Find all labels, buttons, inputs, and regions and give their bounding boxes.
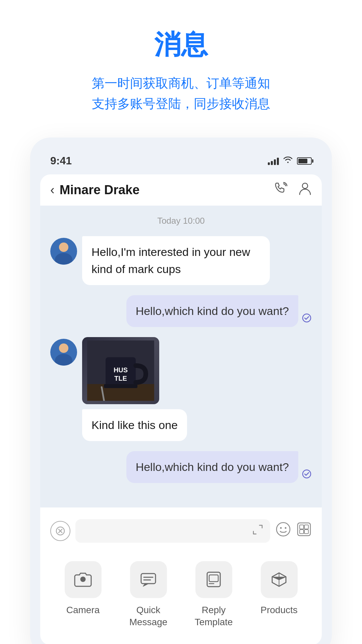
signal-bars-icon <box>268 157 279 165</box>
message-input[interactable] <box>75 519 270 543</box>
reply-template-icon <box>195 561 232 598</box>
message-stack: HUS TLE Kind like this one <box>82 337 187 441</box>
svg-point-0 <box>302 183 308 189</box>
svg-text:HUS: HUS <box>114 366 128 374</box>
signal-bar-2 <box>271 161 273 165</box>
products-icon <box>261 561 298 598</box>
signal-bar-1 <box>268 162 270 165</box>
action-label: ReplyTemplate <box>195 604 233 629</box>
svg-rect-5 <box>104 384 137 388</box>
toolbar-input-row <box>50 514 312 548</box>
phone-icon[interactable] <box>274 181 288 199</box>
action-label: Quick Message <box>119 604 178 629</box>
sent-message-wrapper: Hello,which kind do you want? <box>126 451 312 483</box>
action-item-products[interactable]: Products <box>246 554 312 635</box>
image-message: HUS TLE <box>82 337 159 404</box>
chat-timestamp: Today 10:00 <box>50 216 312 226</box>
svg-point-12 <box>280 527 282 529</box>
page-header: 消息 第一时间获取商机、订单等通知 支持多账号登陆，同步接收消息 <box>92 0 270 127</box>
header-left: ‹ Minare Drake <box>50 183 139 197</box>
page-subtitle: 第一时间获取商机、订单等通知 支持多账号登陆，同步接收消息 <box>92 73 270 114</box>
quick-message-icon <box>130 561 167 598</box>
battery-fill <box>298 159 307 163</box>
page-title: 消息 <box>92 27 270 63</box>
status-time: 9:41 <box>50 154 72 167</box>
contact-name: Minare Drake <box>60 183 140 197</box>
header-right <box>274 181 312 199</box>
action-item-quick-message[interactable]: Quick Message <box>116 554 181 635</box>
expand-icon <box>252 524 263 538</box>
message-row: Hello,I'm interested in your new kind of… <box>50 236 312 285</box>
message-bubble: Kind like this one <box>82 409 187 441</box>
svg-rect-18 <box>304 530 308 534</box>
svg-rect-14 <box>298 523 310 536</box>
action-label: Products <box>260 604 298 616</box>
message-bubble: Hello,I'm interested in your new kind of… <box>82 236 270 285</box>
close-button[interactable] <box>50 521 70 541</box>
svg-rect-15 <box>300 525 304 529</box>
camera-icon <box>65 561 102 598</box>
svg-point-11 <box>277 523 290 536</box>
wifi-icon <box>283 156 293 166</box>
message-row: Hello,which kind do you want? <box>50 451 312 483</box>
svg-point-13 <box>285 527 287 529</box>
svg-point-1 <box>303 314 311 322</box>
phone-mockup: 9:41 ‹ Minare Drake <box>30 138 332 644</box>
message-bubble: Hello,which kind do you want? <box>126 295 298 327</box>
emoji-button[interactable] <box>275 521 291 541</box>
signal-bar-4 <box>277 158 279 165</box>
read-receipt-icon <box>302 469 312 481</box>
avatar <box>50 339 77 366</box>
read-receipt-icon <box>302 313 312 325</box>
action-label: Camera <box>66 604 100 616</box>
message-row: HUS TLE Kind like this one <box>50 337 312 441</box>
message-row: Hello,which kind do you want? <box>50 295 312 327</box>
back-button[interactable]: ‹ <box>50 183 55 197</box>
profile-icon[interactable] <box>298 181 312 199</box>
battery-icon <box>297 157 312 165</box>
status-bar: 9:41 <box>40 148 322 171</box>
action-item-reply-template[interactable]: ReplyTemplate <box>181 554 246 635</box>
chat-header: ‹ Minare Drake <box>40 174 322 206</box>
sent-message-wrapper: Hello,which kind do you want? <box>126 295 312 327</box>
signal-bar-3 <box>274 159 276 165</box>
svg-point-9 <box>303 470 311 478</box>
svg-rect-23 <box>209 575 218 582</box>
svg-rect-16 <box>304 525 308 529</box>
avatar <box>50 238 77 265</box>
svg-rect-17 <box>300 530 304 534</box>
chat-body: Today 10:00 Hello,I'm interested in your… <box>40 206 322 507</box>
svg-rect-19 <box>141 574 156 584</box>
action-item-camera[interactable]: Camera <box>50 554 116 635</box>
status-icons <box>268 156 312 166</box>
quick-actions: Camera Quick Message <box>50 548 312 644</box>
message-bubble: Hello,which kind do you want? <box>126 451 298 483</box>
chat-toolbar: Camera Quick Message <box>40 507 322 644</box>
svg-text:TLE: TLE <box>114 375 127 382</box>
template-button[interactable] <box>296 522 312 540</box>
